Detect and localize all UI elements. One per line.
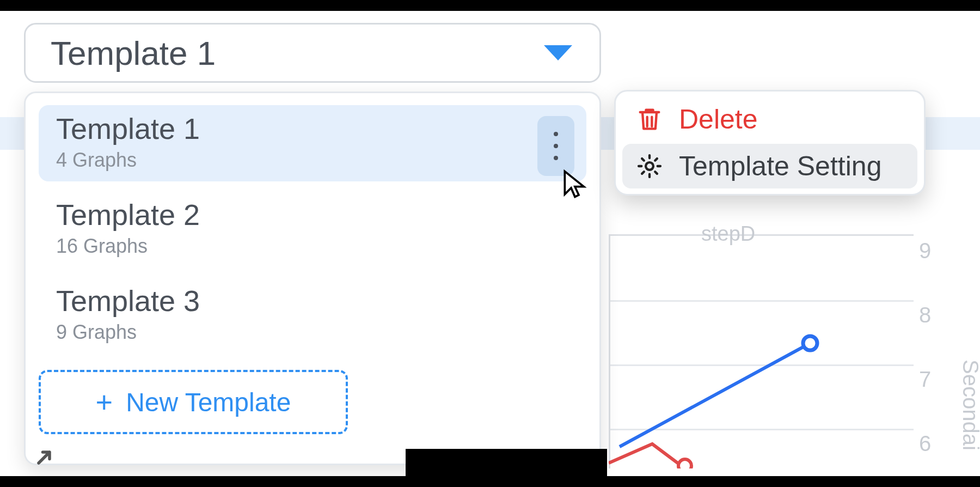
template-select-value: Template 1 bbox=[51, 34, 216, 72]
svg-point-2 bbox=[646, 162, 653, 170]
template-option-1[interactable]: Template 1 4 Graphs bbox=[39, 105, 586, 181]
template-option-title: Template 1 bbox=[56, 112, 569, 145]
tooltip-fragment bbox=[406, 449, 607, 476]
template-option-more-button[interactable] bbox=[537, 116, 574, 176]
context-menu-delete[interactable]: Delete bbox=[622, 97, 917, 142]
trash-icon bbox=[635, 105, 664, 133]
template-option-title: Template 2 bbox=[56, 198, 569, 232]
gear-icon bbox=[635, 152, 664, 180]
cursor-icon bbox=[560, 169, 590, 199]
template-option-2[interactable]: Template 2 16 Graphs bbox=[39, 191, 586, 267]
y2-tick: 8 bbox=[919, 303, 931, 327]
context-menu-delete-label: Delete bbox=[679, 104, 758, 135]
template-option-title: Template 3 bbox=[56, 284, 569, 318]
template-option-sub: 16 Graphs bbox=[56, 235, 569, 258]
template-context-menu: Delete Template Setting bbox=[614, 90, 926, 196]
y2-tick: 7 bbox=[919, 367, 931, 392]
template-dropdown: Template 1 4 Graphs Template 2 16 Graphs… bbox=[24, 92, 601, 465]
svg-point-1 bbox=[678, 459, 691, 468]
y2-tick: 9 bbox=[919, 239, 931, 263]
letterbox-bottom bbox=[0, 476, 980, 487]
template-option-sub: 4 Graphs bbox=[56, 149, 569, 172]
context-menu-template-setting[interactable]: Template Setting bbox=[622, 144, 917, 188]
new-template-button[interactable]: + New Template bbox=[39, 370, 348, 434]
y2-tick: 6 bbox=[919, 431, 931, 456]
context-menu-settings-label: Template Setting bbox=[679, 150, 881, 182]
chevron-down-icon bbox=[544, 45, 572, 60]
secondary-axis-label: Secondai bbox=[958, 360, 980, 451]
axis-arrow-icon bbox=[30, 441, 63, 474]
more-vertical-icon bbox=[554, 132, 558, 160]
new-template-label: New Template bbox=[126, 387, 291, 417]
chart-lines bbox=[609, 234, 914, 468]
svg-point-0 bbox=[803, 336, 817, 350]
letterbox-top bbox=[0, 0, 980, 11]
template-option-sub: 9 Graphs bbox=[56, 321, 569, 344]
plus-icon: + bbox=[96, 387, 113, 417]
template-select[interactable]: Template 1 bbox=[24, 23, 601, 83]
template-option-3[interactable]: Template 3 9 Graphs bbox=[39, 277, 586, 354]
